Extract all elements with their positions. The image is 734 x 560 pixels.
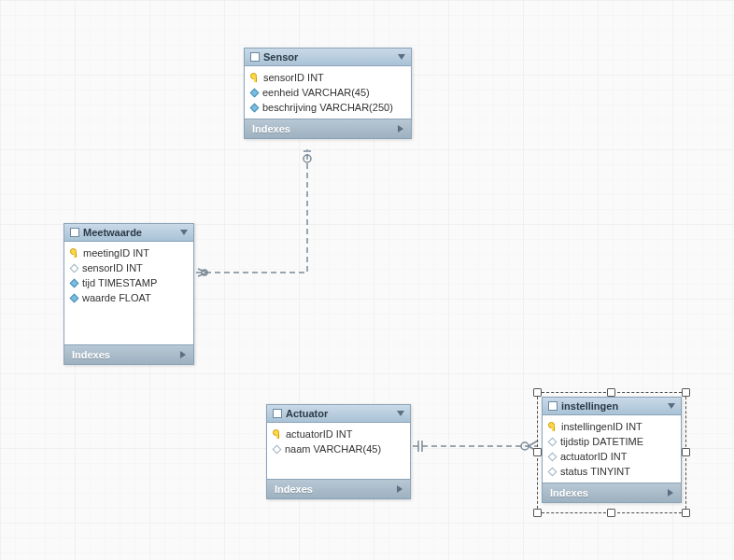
column[interactable]: actuatorID INT xyxy=(267,427,410,441)
column-icon xyxy=(70,278,79,287)
expand-icon xyxy=(397,485,402,493)
resize-handle-w[interactable] xyxy=(533,448,542,456)
column-label: waarde FLOAT xyxy=(82,292,151,303)
column[interactable]: naam VARCHAR(45) xyxy=(267,441,410,456)
primary-key-icon xyxy=(70,248,79,258)
column[interactable]: meetingID INT xyxy=(64,245,193,260)
column[interactable]: status TINYINT xyxy=(543,464,681,479)
column-list: meetingID INT sensorID INT tijd TIMESTAM… xyxy=(64,242,193,344)
entity-actuator[interactable]: Actuator actuatorID INT naam VARCHAR(45)… xyxy=(266,404,411,499)
column-icon xyxy=(548,452,558,461)
indexes-section[interactable]: Indexes xyxy=(267,479,410,498)
entity-header[interactable]: Actuator xyxy=(267,405,410,423)
resize-handle-nw[interactable] xyxy=(533,388,542,397)
resize-handle-e[interactable] xyxy=(682,448,690,456)
column-label: status TINYINT xyxy=(560,466,630,477)
column-label: eenheid VARCHAR(45) xyxy=(262,87,370,98)
table-icon xyxy=(70,228,79,237)
entity-title: Meetwaarde xyxy=(83,227,176,238)
svg-point-2 xyxy=(521,442,529,450)
resize-handle-ne[interactable] xyxy=(682,388,690,397)
primary-key-icon xyxy=(250,73,260,82)
column-icon xyxy=(548,437,558,446)
entity-meetwaarde[interactable]: Meetwaarde meetingID INT sensorID INT ti… xyxy=(64,223,194,365)
column-label: naam VARCHAR(45) xyxy=(285,443,381,455)
column[interactable]: tijd TIMESTAMP xyxy=(64,275,193,290)
column-label: tijdstip DATETIME xyxy=(560,436,643,447)
table-icon xyxy=(250,52,260,62)
column-icon xyxy=(273,444,282,454)
expand-icon xyxy=(180,351,186,358)
indexes-label: Indexes xyxy=(275,483,313,495)
expand-icon xyxy=(398,125,403,133)
column[interactable]: instellingenID INT xyxy=(543,419,681,434)
collapse-icon[interactable] xyxy=(398,54,405,60)
column[interactable]: tijdstip DATETIME xyxy=(543,434,681,449)
indexes-label: Indexes xyxy=(550,487,588,498)
svg-point-1 xyxy=(303,155,311,162)
collapse-icon[interactable] xyxy=(397,411,404,416)
indexes-label: Indexes xyxy=(252,123,290,134)
svg-point-0 xyxy=(202,270,207,275)
entity-header[interactable]: instellingen xyxy=(543,398,681,415)
column[interactable]: waarde FLOAT xyxy=(64,290,193,305)
indexes-section[interactable]: Indexes xyxy=(64,344,193,364)
column[interactable]: sensorID INT xyxy=(64,260,193,275)
collapse-icon[interactable] xyxy=(668,403,675,409)
indexes-label: Indexes xyxy=(72,349,110,360)
column-label: meetingID INT xyxy=(83,247,149,259)
column-label: instellingenID INT xyxy=(561,421,642,432)
indexes-section[interactable]: Indexes xyxy=(245,119,411,138)
column[interactable]: eenheid VARCHAR(45) xyxy=(245,85,411,100)
entity-sensor[interactable]: Sensor sensorID INT eenheid VARCHAR(45) … xyxy=(244,48,412,139)
column-icon xyxy=(548,467,558,476)
entity-header[interactable]: Sensor xyxy=(245,49,411,66)
table-icon xyxy=(548,401,558,411)
column-list: sensorID INT eenheid VARCHAR(45) beschri… xyxy=(245,66,411,119)
resize-handle-sw[interactable] xyxy=(533,509,542,517)
column-icon xyxy=(250,88,260,97)
entity-title: Actuator xyxy=(286,408,393,419)
column[interactable]: actuatorID INT xyxy=(543,449,681,464)
indexes-section[interactable]: Indexes xyxy=(543,483,681,502)
resize-handle-se[interactable] xyxy=(682,509,690,517)
collapse-icon[interactable] xyxy=(180,230,188,235)
column[interactable]: beschrijving VARCHAR(250) xyxy=(245,100,411,115)
table-icon xyxy=(273,409,282,418)
column-icon xyxy=(70,263,79,273)
column-icon xyxy=(250,103,260,112)
expand-icon xyxy=(668,489,673,497)
column-label: actuatorID INT xyxy=(560,451,628,462)
resize-handle-n[interactable] xyxy=(607,388,615,397)
column-list: actuatorID INT naam VARCHAR(45) xyxy=(267,423,410,479)
column-label: actuatorID INT xyxy=(286,428,353,440)
primary-key-icon xyxy=(548,422,558,431)
column-label: beschrijving VARCHAR(250) xyxy=(262,102,393,113)
column-list: instellingenID INT tijdstip DATETIME act… xyxy=(543,415,681,483)
column-icon xyxy=(70,293,79,302)
primary-key-icon xyxy=(273,429,282,439)
entity-title: Sensor xyxy=(263,51,394,63)
entity-instellingen[interactable]: instellingen instellingenID INT tijdstip… xyxy=(542,397,682,503)
column-label: sensorID INT xyxy=(82,262,143,273)
column-label: tijd TIMESTAMP xyxy=(82,277,157,288)
entity-title: instellingen xyxy=(561,400,664,412)
entity-header[interactable]: Meetwaarde xyxy=(64,224,193,242)
resize-handle-s[interactable] xyxy=(607,509,615,517)
column-label: sensorID INT xyxy=(263,72,324,83)
column[interactable]: sensorID INT xyxy=(245,70,411,85)
